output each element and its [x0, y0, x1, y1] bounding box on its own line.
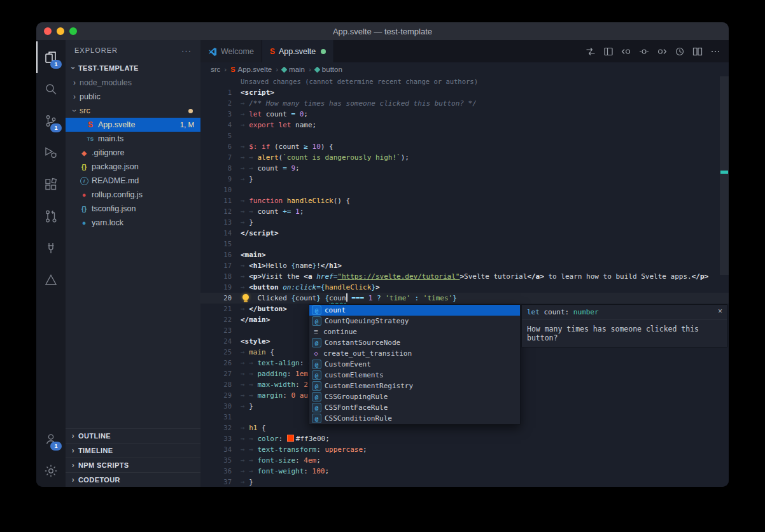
- next-change-icon[interactable]: [654, 43, 670, 60]
- activity-extensions[interactable]: [36, 169, 66, 200]
- open-changes-icon[interactable]: [582, 43, 599, 60]
- more-actions-icon[interactable]: ···: [181, 46, 192, 55]
- file-history-icon[interactable]: [671, 43, 688, 60]
- activity-search[interactable]: [36, 73, 66, 105]
- tree-file-rollup.config.js[interactable]: ●rollup.config.js: [66, 188, 200, 202]
- line-number: 5: [200, 130, 241, 141]
- code-line-14[interactable]: 14</script>: [200, 228, 729, 239]
- code-line-19[interactable]: 19→<button on:click={handleClick}>: [200, 282, 729, 293]
- extensions-icon: [43, 177, 59, 192]
- code-line-8[interactable]: 8→→count = 9;: [200, 163, 729, 174]
- scrollbar-thumb[interactable]: [720, 76, 729, 275]
- suggestion-CSSConditionRule[interactable]: @CSSConditionRule: [309, 413, 520, 424]
- scrollbar[interactable]: [720, 76, 729, 487]
- tree-folder-public[interactable]: ›public: [66, 90, 200, 104]
- activity-github-pull-requests[interactable]: [36, 200, 66, 232]
- tree-file-yarn.lock[interactable]: ●yarn.lock: [66, 216, 200, 230]
- code-line-5[interactable]: 5: [200, 130, 729, 141]
- activity-source-control[interactable]: 1: [36, 105, 66, 137]
- activity-accounts[interactable]: 1: [36, 423, 66, 455]
- suggestion-CustomElementRegistry[interactable]: @CustomElementRegistry: [309, 381, 520, 391]
- activity-explorer[interactable]: 1: [36, 41, 66, 73]
- compare-working-icon[interactable]: [636, 43, 652, 60]
- code-line-10[interactable]: 10: [200, 185, 729, 195]
- tree-file-main.ts[interactable]: TSmain.ts: [66, 132, 200, 146]
- zoom-button[interactable]: [69, 27, 77, 35]
- tree-file-README.md[interactable]: iREADME.md: [66, 174, 200, 188]
- suggestion-CSSFontFaceRule[interactable]: @CSSFontFaceRule: [309, 402, 520, 413]
- close-button[interactable]: [44, 27, 52, 35]
- code-text: →→margin: 0 au: [241, 390, 308, 401]
- activity-run-debug[interactable]: [36, 137, 66, 169]
- json-y-icon: {}: [78, 163, 90, 171]
- suggestion-customElements[interactable]: @customElements: [309, 370, 520, 381]
- suggestion-ConstantSourceNode[interactable]: @ConstantSourceNode: [309, 337, 520, 348]
- split-editor-icon[interactable]: [689, 43, 706, 60]
- explorer-badge: 1: [50, 60, 62, 69]
- code-line-18[interactable]: 18→<p>Visit the <a href="https://svelte.…: [200, 271, 729, 282]
- code-line-17[interactable]: 17→<h1>Hello {name}!</h1>: [200, 260, 729, 271]
- code-line-35[interactable]: 35→→font-size: 4em;: [200, 455, 729, 466]
- open-preview-icon[interactable]: [600, 43, 617, 60]
- code-line-2[interactable]: 2→/** How many times has someone clicked…: [200, 98, 729, 109]
- titlebar[interactable]: App.svelte — test-template: [36, 22, 729, 40]
- tree-file-.gitignore[interactable]: ◆.gitignore: [66, 146, 200, 160]
- activity-settings[interactable]: [36, 455, 66, 487]
- code-line-36[interactable]: 36→→font-weight: 100;: [200, 466, 729, 477]
- section-outline[interactable]: ›OUTLINE: [66, 428, 200, 443]
- line-number: 7: [200, 152, 241, 163]
- code-line-6[interactable]: 6→$: if (count ≥ 10) {: [200, 141, 729, 152]
- breadcrumb-item-main[interactable]: main: [282, 66, 305, 73]
- tree-file-App.svelte[interactable]: SApp.svelte1, M: [66, 118, 200, 132]
- code-editor[interactable]: Unsaved changes (cannot determine recent…: [200, 76, 729, 487]
- workspace-name: TEST-TEMPLATE: [78, 64, 139, 72]
- minimize-button[interactable]: [57, 27, 64, 35]
- breadcrumb-item-App.svelte[interactable]: SApp.svelte: [230, 66, 272, 73]
- suggestion-CustomEvent[interactable]: @CustomEvent: [309, 359, 520, 370]
- code-line-11[interactable]: 11→function handleClick() {: [200, 195, 729, 206]
- breadcrumb-item-button[interactable]: button: [315, 66, 342, 73]
- tree-file-tsconfig.json[interactable]: {}tsconfig.json: [66, 202, 200, 216]
- code-line-13[interactable]: 13→}: [200, 217, 729, 228]
- code-text: →→count += 1;: [241, 206, 304, 217]
- close-icon[interactable]: ×: [718, 307, 722, 316]
- ts-icon: TS: [85, 136, 96, 142]
- line-number: 10: [200, 185, 241, 195]
- suggestion-create_out_transition[interactable]: ◇create_out_transition: [309, 348, 520, 359]
- code-line-12[interactable]: 12→→count += 1;: [200, 206, 729, 217]
- symbol-var-icon: @: [312, 305, 321, 315]
- code-line-15[interactable]: 15: [200, 239, 729, 249]
- code-line-7[interactable]: 7→→alert(`count is dangerously high!`);: [200, 152, 729, 163]
- lightbulb-icon[interactable]: [242, 294, 249, 300]
- code-line-34[interactable]: 34→→text-transform: uppercase;: [200, 444, 729, 455]
- section-npm-scripts[interactable]: ›NPM SCRIPTS: [66, 458, 200, 472]
- code-line-37[interactable]: 37→}: [200, 477, 729, 487]
- suggestion-CSSGroupingRule[interactable]: @CSSGroupingRule: [309, 391, 520, 402]
- section-codetour[interactable]: ›CODETOUR: [66, 472, 200, 487]
- tab-app-svelte[interactable]: S App.svelte: [262, 40, 334, 62]
- breadcrumb-separator: ›: [276, 66, 278, 73]
- code-line-33[interactable]: 33→→color: #ff3e00;: [200, 433, 729, 444]
- code-line-4[interactable]: 4→export let name;: [200, 120, 729, 130]
- code-line-20[interactable]: 20 Clicked {count} {coun === 1 ? 'time' …: [200, 293, 729, 304]
- activity-remote-explorer[interactable]: [36, 232, 66, 264]
- tree-file-package.json[interactable]: {}package.json: [66, 160, 200, 174]
- more-actions-icon[interactable]: [707, 43, 724, 60]
- code-line-16[interactable]: 16<main>: [200, 249, 729, 260]
- suggestion-count[interactable]: @count: [309, 305, 520, 316]
- section-test-template[interactable]: › TEST-TEMPLATE: [66, 60, 200, 76]
- line-number: 36: [200, 466, 241, 477]
- code-line-3[interactable]: 3→let count = 0;: [200, 109, 729, 120]
- activity-codetour[interactable]: [36, 264, 66, 296]
- breadcrumb-item-src[interactable]: src: [211, 66, 220, 73]
- suggestion-CountQueuingStrategy[interactable]: @CountQueuingStrategy: [309, 316, 520, 326]
- previous-change-icon[interactable]: [618, 43, 635, 60]
- code-line-1[interactable]: 1<script>: [200, 87, 729, 98]
- tab-welcome[interactable]: Welcome: [200, 40, 262, 62]
- code-text: <style>: [241, 336, 270, 347]
- tree-folder-src[interactable]: ›src: [66, 104, 200, 118]
- section-timeline[interactable]: ›TIMELINE: [66, 443, 200, 458]
- code-line-9[interactable]: 9→}: [200, 174, 729, 185]
- tree-folder-node_modules[interactable]: ›node_modules: [66, 76, 200, 90]
- suggestion-continue[interactable]: ≡continue: [309, 326, 520, 337]
